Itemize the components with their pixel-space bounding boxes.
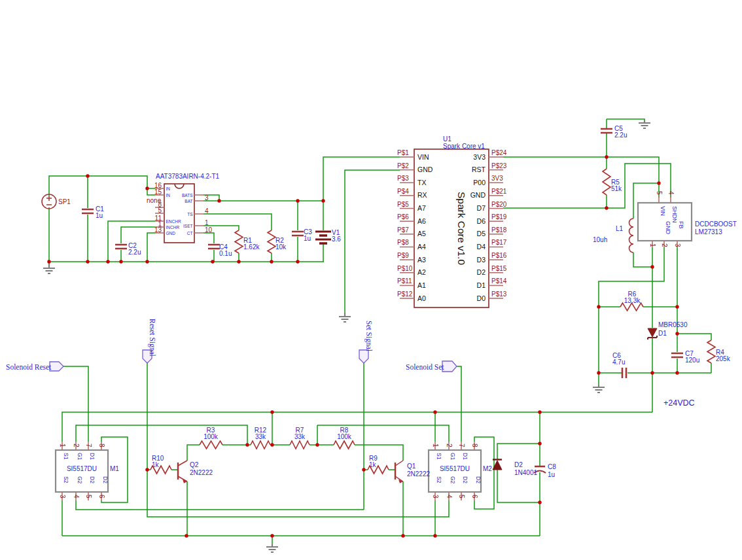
- boost-pin-name: GND: [665, 221, 671, 235]
- mosfet-pin-name: S1: [436, 453, 442, 460]
- u1-net-label: P$24: [491, 149, 507, 156]
- charger-pin-number: 1: [205, 219, 209, 226]
- junction-dot: [296, 199, 299, 202]
- battery-V1[interactable]: [315, 232, 331, 243]
- u1-pin-name: A3: [417, 256, 426, 264]
- u1-net-label: P$20: [491, 201, 507, 208]
- u1-pin-name: A2: [417, 268, 426, 276]
- mosfet-pin-number: 3: [59, 495, 66, 499]
- part-label: Q2: [190, 461, 199, 468]
- capacitors[interactable]: [82, 129, 683, 473]
- part-label: L1: [616, 225, 624, 232]
- u1-pin-name: D2: [477, 268, 486, 276]
- u1-net-label: P$4: [397, 188, 409, 195]
- u1-net-label: P$6: [397, 213, 409, 220]
- part-value: 0.1u: [219, 250, 232, 257]
- part-value: 100k: [203, 433, 219, 440]
- u1-net-label: P$19: [491, 213, 507, 220]
- u1-net-label: P$21: [491, 188, 507, 195]
- capacitor-C5: [601, 129, 612, 133]
- junction-dots: [47, 155, 679, 537]
- junction-dot: [119, 260, 122, 263]
- junction-dot: [538, 500, 541, 504]
- plus-icon: [46, 196, 52, 201]
- charger-pin-name: CT: [187, 231, 193, 236]
- part-value: 1.62k: [243, 243, 260, 251]
- mosfet-pin-name: G1: [450, 453, 456, 461]
- u1-net-label: P$17: [491, 239, 507, 246]
- schematic-canvas: SP1 C1 1u C2 2.2u C4 0.1u R1 1.62k R2 10…: [0, 0, 742, 560]
- capacitor-C4: [208, 245, 220, 249]
- mosfet-pin-name: D2: [475, 476, 482, 483]
- junction-dot: [650, 371, 654, 374]
- mosfet-pin-number: 5: [85, 495, 92, 499]
- u1-pin-name: GND: [417, 166, 433, 173]
- u1-pin-name: A5: [417, 230, 426, 237]
- part-value: 10uh: [593, 236, 607, 243]
- v24-label: +24VDC: [663, 398, 695, 408]
- u1-pin-name: 3V3: [473, 153, 486, 161]
- mosfet-pin-name: D1: [89, 453, 96, 460]
- part-value: 1u: [548, 471, 555, 478]
- part-value: 1u: [304, 235, 311, 242]
- part-value: 1k: [369, 461, 377, 468]
- mosfet-pin-number: 1: [432, 444, 439, 447]
- junction-dot: [315, 443, 319, 446]
- u1-net-label: P$16: [491, 252, 507, 259]
- junction-dot: [270, 443, 274, 446]
- junction-dot: [270, 410, 274, 413]
- part-value: 1N4001: [514, 469, 537, 476]
- diode-D1[interactable]: [648, 328, 657, 340]
- part-label: C8: [548, 463, 556, 470]
- u1-net-label: P$2: [397, 162, 409, 169]
- part-value: 2N2222: [407, 470, 430, 478]
- u1-pin-name: A7: [417, 204, 426, 212]
- mosfet-pin-name: S1: [63, 453, 69, 460]
- part-value: 3.6: [332, 236, 341, 243]
- resistor-R4: [707, 340, 715, 363]
- junction-dot: [237, 260, 240, 263]
- part-value: 51k: [611, 185, 622, 192]
- capacitor-C3: [292, 232, 304, 236]
- mosfet-pin-name: G2: [450, 476, 456, 484]
- boost-pin-name: VIN: [660, 206, 666, 216]
- junction-dot: [217, 199, 221, 202]
- supply-SP1[interactable]: [42, 194, 56, 209]
- mosfet-pin-number: 7: [458, 444, 465, 447]
- net-flags[interactable]: [50, 350, 457, 372]
- charger-pin-name: TS: [187, 212, 193, 217]
- junction-dot: [145, 468, 149, 471]
- u1-net-label: P$5: [397, 201, 409, 208]
- junction-dot: [538, 442, 541, 445]
- resistor-R5: [603, 169, 610, 195]
- schematic-svg: SP1 C1 1u C2 2.2u C4 0.1u R1 1.62k R2 10…: [0, 0, 742, 560]
- inductor-L1[interactable]: [629, 219, 634, 253]
- u1-net-label: P$13: [491, 290, 507, 298]
- transistor-Q2[interactable]: [178, 461, 187, 483]
- charger-pin-number: 5: [158, 207, 162, 214]
- capacitor-C7: [671, 353, 683, 357]
- charger-pin-name: BAT: [185, 199, 192, 203]
- junction-dot: [362, 468, 365, 471]
- junction-dot: [675, 305, 679, 308]
- junction-dot: [86, 260, 89, 263]
- u1-pin-name: D4: [477, 243, 486, 251]
- mosfet-pin-number: 4: [446, 495, 453, 499]
- u1-pin-name: D7: [477, 204, 486, 212]
- resistors[interactable]: [150, 169, 715, 474]
- u1-net-label: P$10: [397, 265, 413, 272]
- part-label: D1: [658, 330, 667, 337]
- u1-pin-name: A1: [417, 281, 426, 289]
- junction-dot: [245, 443, 249, 446]
- resistor-R12: [251, 441, 270, 449]
- mosfet-pin-number: 3: [432, 495, 439, 499]
- ground-icon: [43, 262, 55, 273]
- charger-pin-number: 15: [154, 188, 162, 196]
- capacitor-C6: [622, 368, 626, 378]
- mosfet-pin-number: 5: [458, 495, 465, 499]
- mosfet-pin-name: D2: [89, 476, 96, 483]
- u1-big-label: Spark Core v1.0: [456, 192, 467, 265]
- charger-pin-number: 10: [205, 226, 213, 234]
- transistor-Q1[interactable]: [395, 461, 403, 483]
- u1-net-label: P$1: [397, 149, 409, 156]
